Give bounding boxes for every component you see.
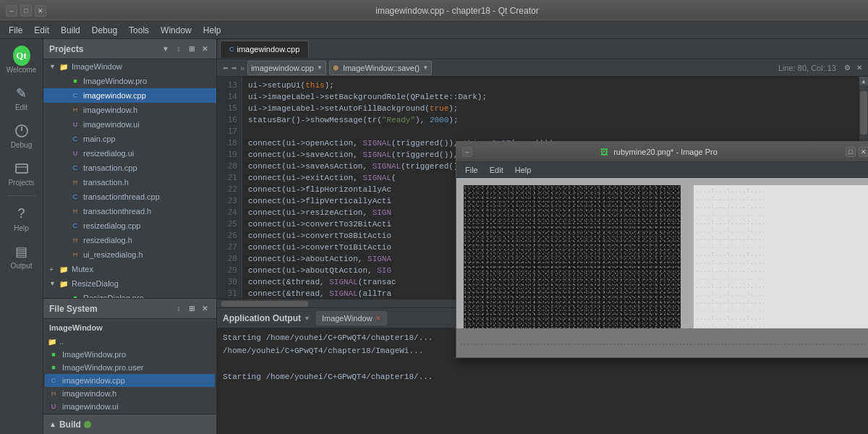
fs-sync-btn[interactable]: ↕	[173, 303, 184, 315]
output-btn[interactable]: ▤ Output	[3, 238, 41, 274]
edit-btn[interactable]: ✎ Edit	[3, 80, 41, 116]
float-close-btn[interactable]: ✕	[859, 147, 868, 157]
help-icon: ?	[13, 205, 30, 223]
tree-imagewindow-ui[interactable]: U imagewindow.ui	[43, 117, 216, 132]
float-menu-file[interactable]: File	[459, 164, 484, 176]
panel-header-actions: ▼ ↕ ⊞ ✕	[160, 43, 210, 55]
tree-item-label: Mutex	[72, 265, 93, 273]
fs-item-pro-user[interactable]: ■ ImageWindow.pro.user	[45, 361, 215, 374]
pro-icon: ■	[48, 351, 59, 358]
folder-icon: 📁	[58, 263, 69, 275]
float-menu-help[interactable]: Help	[509, 164, 537, 176]
tree-resizedialog-sub-pro[interactable]: ■ ResizeDialog.pro	[43, 291, 216, 298]
tree-transactionthread-h[interactable]: H transactionthread.h	[43, 204, 216, 218]
ui-icon: U	[69, 148, 81, 159]
fs-item-pro[interactable]: ■ ImageWindow.pro	[45, 348, 215, 361]
path-nav-fwd[interactable]: ➡	[231, 64, 237, 72]
arrow-icon: ▼	[49, 63, 58, 70]
output-dropdown-icon[interactable]: ▼	[304, 315, 310, 322]
float-menu-edit[interactable]: Edit	[484, 164, 509, 176]
tree-item-label: ResizeDialog	[72, 279, 119, 288]
minimize-btn[interactable]: –	[6, 5, 17, 17]
cpp-icon: C	[69, 90, 81, 101]
project-tree: ▼ 📁 ImageWindow ■ ImageWindow.pro C imag…	[43, 59, 216, 298]
tree-imagewindow-root[interactable]: ▼ 📁 ImageWindow	[43, 59, 216, 74]
menu-help[interactable]: Help	[197, 24, 227, 37]
fs-item-h[interactable]: H imagewindow.h	[45, 387, 215, 400]
maximize-btn[interactable]: □	[20, 5, 32, 17]
welcome-btn[interactable]: Qt Welcome	[3, 42, 41, 78]
output-line	[223, 357, 862, 370]
debug-icon	[13, 122, 30, 140]
pro-icon: ■	[48, 364, 59, 371]
menu-debug[interactable]: Debug	[86, 24, 123, 37]
menu-file[interactable]: File	[3, 24, 28, 37]
code-line: statusBar()->showMessage(tr("Ready"), 20…	[248, 114, 854, 126]
float-image-content: ....:...:....:.... ....:...:....:.... ..…	[456, 178, 868, 357]
float-minimize-btn[interactable]: –	[462, 147, 472, 157]
tree-transaction-cpp[interactable]: C transaction.cpp	[43, 161, 216, 175]
hscroll-thumb[interactable]	[221, 301, 308, 307]
code-line: ui->setupUi(this);	[248, 80, 854, 91]
fs-item-name: imagewindow.cpp	[62, 376, 125, 385]
tree-transaction-h[interactable]: H transaction.h	[43, 175, 216, 190]
close-btn[interactable]: ✕	[35, 5, 46, 17]
fs-item-cpp-sel[interactable]: C imagewindow.cpp	[45, 374, 215, 387]
tree-resizedialog-h[interactable]: H resizedialog.h	[43, 233, 216, 247]
sync-btn[interactable]: ↕	[173, 43, 184, 55]
icon-sidebar: Qt Welcome ✎ Edit Debug Projects ? Help …	[0, 39, 43, 434]
path-nav-back[interactable]: ⬅	[223, 64, 229, 72]
editor-tab-imagewindow[interactable]: C imagewindow.cpp	[220, 41, 309, 58]
menu-edit[interactable]: Edit	[28, 24, 55, 37]
tree-ui-resizedialog-h[interactable]: H ui_resizedialog.h	[43, 247, 216, 262]
fs-close-btn[interactable]: ✕	[199, 303, 210, 315]
fs-root: ImageWindow	[43, 319, 216, 333]
tree-imagewindow-pro[interactable]: ■ ImageWindow.pro	[43, 74, 216, 88]
scrollbar-thumb[interactable]	[860, 91, 867, 135]
combo-arrow-icon2: ▼	[422, 64, 428, 71]
tree-resizedialog-cpp[interactable]: C resizedialog.cpp	[43, 218, 216, 233]
tree-imagewindow-cpp[interactable]: C imagewindow.cpp	[43, 88, 216, 103]
fs-expand-btn[interactable]: ⊞	[186, 303, 197, 315]
output-tab-close-icon[interactable]: ✕	[375, 315, 381, 322]
float-window-title: 🖼 rubymine20.png* - Image Pro	[477, 148, 841, 156]
menu-window[interactable]: Window	[155, 24, 197, 37]
expand-btn[interactable]: ⊞	[186, 43, 197, 55]
editor-close-btn[interactable]: ✕	[856, 64, 862, 72]
tree-transactionthread-cpp[interactable]: C transactionthread.cpp	[43, 190, 216, 204]
tree-mutex-root[interactable]: + 📁 Mutex	[43, 262, 216, 276]
float-win-right-controls: □ ✕	[846, 147, 868, 157]
tree-item-label: imagewindow.h	[83, 106, 137, 114]
cpp-tab-icon: C	[229, 46, 234, 53]
file-system-header: File System ↕ ⊞ ✕	[43, 299, 216, 319]
sidebar-divider	[7, 195, 36, 196]
menu-tools[interactable]: Tools	[123, 24, 155, 37]
filter-btn[interactable]: ▼	[160, 43, 171, 55]
function-combo[interactable]: ⊕ ImageWindow::save() ▼	[329, 61, 432, 75]
help-btn[interactable]: ? Help	[3, 200, 41, 237]
window-controls[interactable]: – □ ✕	[6, 5, 46, 17]
file-path-combo[interactable]: imagewindow.cpp ▼	[247, 61, 326, 75]
code-line	[248, 126, 854, 137]
editor-toolbar: C imagewindow.cpp	[217, 39, 868, 59]
svg-rect-2	[16, 164, 27, 173]
scroll-up-btn[interactable]: ▲	[859, 77, 868, 85]
tree-imagewindow-h[interactable]: H imagewindow.h	[43, 103, 216, 117]
output-tab-imagewindow[interactable]: ImageWindow ✕	[316, 311, 387, 326]
fs-item-dotdot[interactable]: 📁 ..	[45, 335, 215, 348]
editor-settings-btn[interactable]: ⚙	[842, 63, 852, 73]
close-panel-btn[interactable]: ✕	[199, 43, 210, 55]
menu-build[interactable]: Build	[55, 24, 86, 37]
build-panel[interactable]: ▲ Build	[43, 414, 216, 434]
tree-resizedialog-root[interactable]: ▼ 📁 ResizeDialog	[43, 276, 216, 291]
float-maximize-btn[interactable]: □	[846, 147, 856, 157]
debug-btn[interactable]: Debug	[3, 117, 41, 153]
image-light-area: ....:...:....:.... ....:...:....:.... ..…	[694, 185, 868, 344]
float-app-icon: 🖼	[600, 148, 608, 156]
float-menu-bar: File Edit Help	[456, 162, 868, 178]
function-icon: ⊕	[333, 64, 339, 72]
tree-main-cpp[interactable]: C main.cpp	[43, 132, 216, 146]
projects-btn[interactable]: Projects	[3, 155, 41, 191]
fs-item-ui[interactable]: U imagewindow.ui	[45, 400, 215, 413]
tree-resizedialog-ui[interactable]: U resizedialog.ui	[43, 146, 216, 161]
